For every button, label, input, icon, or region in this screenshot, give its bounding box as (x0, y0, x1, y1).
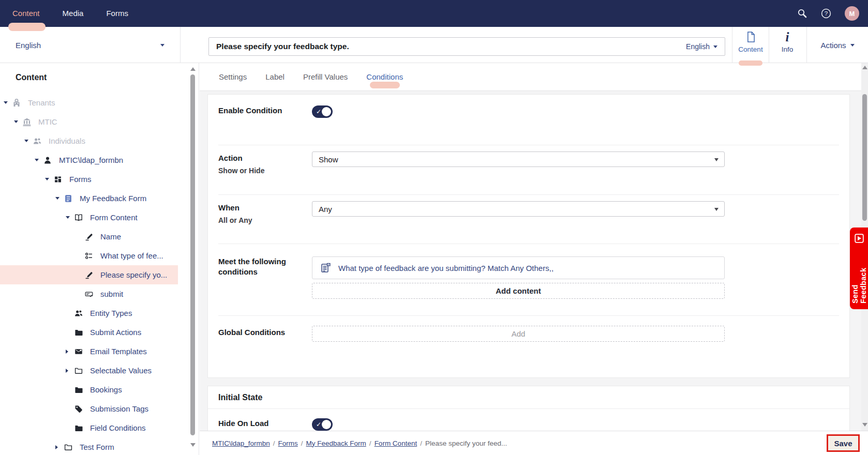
caret-down-icon[interactable] (14, 120, 23, 123)
tree-item-bookings[interactable]: Bookings (0, 380, 178, 399)
tree-item-label: Selectable Values (90, 366, 152, 375)
caret-down-icon[interactable] (24, 140, 33, 142)
main-panel: SettingsLabelPrefill ValuesConditions En… (200, 63, 868, 455)
caret-right-icon[interactable] (55, 445, 64, 449)
scroll-up-arrow[interactable] (190, 67, 196, 71)
title-language-select[interactable]: English (686, 42, 717, 51)
field-tabs: SettingsLabelPrefill ValuesConditions (200, 63, 868, 91)
action-select[interactable]: Show (312, 151, 725, 167)
scroll-down-arrow[interactable] (190, 443, 196, 447)
svg-text:?: ? (825, 10, 828, 17)
conditions-label: Meet the following conditions (218, 256, 312, 315)
caret-right-icon[interactable] (66, 369, 74, 373)
tree-item-selectable-values[interactable]: Selectable Values (0, 361, 178, 380)
tree-item-label: Tenants (28, 98, 55, 107)
tree-item-what-type-of-fee[interactable]: What type of fee... (0, 246, 178, 265)
footer-bar: MTIC\ldap_formbn/Forms/My Feedback Form/… (200, 431, 868, 455)
tree-item-test-form[interactable]: Test Form (0, 437, 178, 455)
caret-down-icon[interactable] (55, 197, 64, 200)
tree-item-label: Form Content (90, 213, 138, 222)
breadcrumb-item-form-content[interactable]: Form Content (375, 439, 417, 447)
scrollbar-thumb[interactable] (190, 74, 195, 435)
active-view-indicator (739, 60, 762, 66)
when-label: When (218, 203, 312, 213)
tree-item-form-content[interactable]: Form Content (0, 208, 178, 227)
sidebar-scrollbar[interactable] (190, 63, 196, 455)
sidebar-language-select[interactable]: English (0, 27, 181, 63)
tree-item-email-templates[interactable]: Email Templates (0, 342, 178, 361)
choice-icon (85, 252, 93, 260)
field-title-box[interactable]: Please specify your feedback type. Engli… (208, 37, 725, 56)
header-bar: English Please specify your feedback typ… (0, 27, 868, 63)
action-select-value: Show (319, 155, 338, 164)
help-icon[interactable]: ? (821, 8, 831, 19)
condition-text: What type of feedback are you submitting… (338, 264, 553, 272)
tree-item-my-feedback-form[interactable]: My Feedback Form (0, 189, 178, 208)
tree-item-name[interactable]: Name (0, 227, 178, 246)
breadcrumb-item-forms[interactable]: Forms (278, 439, 298, 447)
tree-item-mtic[interactable]: MTIC (0, 112, 178, 131)
tree-item-mtic-ldap-formbn[interactable]: MTIC\ldap_formbn (0, 150, 178, 170)
content-scroll-area: Enable Condition ✓ Action Show or Hide S… (200, 91, 868, 431)
tree-item-entity-types[interactable]: Entity Types (0, 304, 178, 323)
document-icon (732, 32, 769, 45)
nav-tab-forms[interactable]: Forms (95, 0, 140, 27)
scroll-down-arrow[interactable] (862, 423, 867, 427)
enable-condition-label: Enable Condition (218, 105, 312, 145)
book-icon (74, 214, 83, 222)
nav-tab-media[interactable]: Media (51, 0, 95, 27)
tree-item-field-conditions[interactable]: Field Conditions (0, 418, 178, 437)
tree-item-forms[interactable]: Forms (0, 170, 178, 189)
folder-icon (74, 386, 83, 394)
breadcrumb-item-my-feedback-form[interactable]: My Feedback Form (306, 439, 366, 447)
enable-condition-toggle[interactable]: ✓ (312, 105, 333, 118)
add-content-button[interactable]: Add content (312, 283, 725, 299)
tree-item-label: MTIC (38, 117, 57, 126)
tab-prefill-values[interactable]: Prefill Values (303, 72, 348, 81)
breadcrumb-separator: / (273, 439, 275, 447)
actions-dropdown[interactable]: Actions (807, 27, 868, 63)
tree-item-submit[interactable]: submit (0, 284, 178, 304)
navbar-actions: ? M (797, 0, 859, 27)
global-conditions-add-button[interactable]: Add (312, 326, 725, 342)
check-icon: ✓ (316, 420, 321, 429)
tree-item-label: submit (100, 290, 123, 298)
tab-label[interactable]: Label (265, 72, 285, 81)
caret-down-icon[interactable] (45, 178, 54, 180)
condition-row[interactable]: What type of feedback are you submitting… (312, 256, 725, 279)
tree-item-tenants[interactable]: Tenants (0, 93, 178, 112)
text-field-icon (85, 233, 93, 241)
content-view-label: Content (732, 46, 769, 53)
content-view-button[interactable]: Content (732, 27, 769, 63)
tenants-icon (12, 99, 21, 107)
save-button[interactable]: Save (827, 434, 860, 452)
tree-item-label: Test Form (80, 443, 114, 451)
content-tree-sidebar: Content TenantsMTICIndividualsMTIC\ldap_… (0, 63, 199, 455)
scroll-up-arrow[interactable] (862, 66, 867, 69)
tree-item-please-specify-yo[interactable]: Please specify yo... (0, 265, 178, 284)
tab-settings[interactable]: Settings (219, 72, 247, 81)
send-feedback-tab[interactable]: Send Feedback (850, 228, 868, 309)
submit-icon (85, 290, 93, 298)
person-icon (43, 156, 52, 164)
avatar[interactable]: M (845, 6, 859, 21)
info-icon: i (769, 30, 805, 45)
tree-item-individuals[interactable]: Individuals (0, 131, 178, 150)
info-button[interactable]: i Info (769, 27, 805, 63)
caret-down-icon[interactable] (35, 159, 43, 161)
field-title: Please specify your feedback type. (216, 42, 349, 51)
scrollbar-thumb[interactable] (862, 94, 867, 221)
chevron-down-icon (160, 44, 164, 47)
tree-item-submit-actions[interactable]: Submit Actions (0, 323, 178, 342)
condition-field-icon (321, 263, 331, 273)
chevron-down-icon (713, 46, 717, 48)
tab-conditions[interactable]: Conditions (366, 72, 403, 81)
caret-right-icon[interactable] (66, 350, 74, 354)
when-select[interactable]: Any (312, 201, 725, 217)
caret-down-icon[interactable] (4, 101, 12, 104)
tree-item-submission-tags[interactable]: Submission Tags (0, 399, 178, 418)
breadcrumb-item-mtic-ldap-formbn[interactable]: MTIC\ldap_formbn (212, 439, 270, 447)
search-icon[interactable] (797, 8, 807, 19)
hide-on-load-toggle[interactable]: ✓ (312, 418, 333, 431)
caret-down-icon[interactable] (66, 216, 74, 219)
